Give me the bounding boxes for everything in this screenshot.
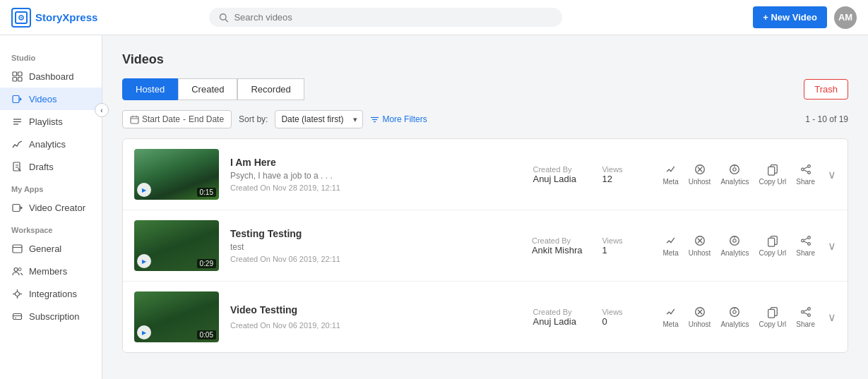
play-button[interactable]: ▶ xyxy=(137,325,151,339)
svg-rect-71 xyxy=(768,309,775,318)
meta-icon xyxy=(665,234,677,247)
sidebar-item-videos[interactable]: Videos xyxy=(0,88,102,110)
videos-icon xyxy=(11,93,23,104)
svg-point-60 xyxy=(801,239,804,242)
share-button[interactable]: Share xyxy=(796,163,815,186)
svg-line-62 xyxy=(804,238,807,240)
views-label: Views xyxy=(602,165,651,174)
more-filters-button[interactable]: More Filters xyxy=(370,114,427,124)
analytics-button[interactable]: Analytics xyxy=(720,234,749,257)
share-button[interactable]: Share xyxy=(796,306,815,328)
svg-point-55 xyxy=(733,239,737,243)
video-creator-icon xyxy=(11,202,23,213)
unhost-button[interactable]: Unhost xyxy=(689,163,711,186)
video-thumbnail[interactable]: ▶ 0:29 xyxy=(134,220,219,271)
svg-rect-19 xyxy=(13,245,22,253)
meta-button[interactable]: Meta xyxy=(662,306,678,328)
play-button[interactable]: ▶ xyxy=(137,183,151,197)
sidebar-item-general[interactable]: General xyxy=(0,237,102,260)
video-meta: Created By Anuj Ladia Views 12 xyxy=(533,165,651,184)
date-range-picker[interactable]: Start Date - End Date xyxy=(122,110,232,128)
video-duration: 0:15 xyxy=(197,188,216,197)
svg-line-49 xyxy=(804,167,807,169)
filter-icon xyxy=(370,115,379,124)
trash-button[interactable]: Trash xyxy=(804,79,848,100)
expand-button[interactable]: ∨ xyxy=(828,168,836,181)
sort-select[interactable]: Date (latest first) xyxy=(275,110,363,128)
svg-point-21 xyxy=(14,267,18,271)
video-info: Video Testting Created On Nov 06 2019, 2… xyxy=(230,304,521,330)
video-description: test xyxy=(230,242,521,252)
search-input[interactable] xyxy=(234,12,552,23)
sidebar-item-subscription[interactable]: Subscription xyxy=(0,305,102,327)
copy-url-button[interactable]: Copy Url xyxy=(759,306,786,328)
svg-line-76 xyxy=(804,313,807,315)
meta-icon xyxy=(665,163,677,176)
analytics-button[interactable]: Analytics xyxy=(720,306,749,328)
new-video-button[interactable]: + New Video xyxy=(753,6,827,28)
copy-url-icon xyxy=(766,234,779,247)
video-item: ▶ 0:29 Testing Testing test Created On N… xyxy=(123,210,848,282)
share-button[interactable]: Share xyxy=(796,234,815,257)
sidebar-collapse-button[interactable]: ‹ xyxy=(95,103,109,117)
sidebar-item-video-creator[interactable]: Video Creator xyxy=(0,196,102,219)
created-by-block: Created By Anuj Ladia xyxy=(533,165,582,184)
topbar: StoryXpress + New Video AM xyxy=(0,0,868,35)
video-item: ▶ 0:05 Video Testting Created On Nov 06 … xyxy=(123,282,848,352)
svg-rect-31 xyxy=(131,116,138,124)
sidebar-label-subscription: Subscription xyxy=(29,311,80,322)
svg-point-47 xyxy=(801,168,804,171)
unhost-icon xyxy=(694,306,706,318)
unhost-button[interactable]: Unhost xyxy=(689,306,711,328)
expand-button[interactable]: ∨ xyxy=(828,311,836,324)
meta-button[interactable]: Meta xyxy=(662,163,678,186)
svg-rect-9 xyxy=(13,95,19,102)
svg-point-73 xyxy=(801,311,804,313)
sidebar-item-drafts[interactable]: Drafts xyxy=(0,155,102,178)
svg-rect-28 xyxy=(13,313,21,319)
sidebar-section-studio: Studio xyxy=(0,47,102,65)
sidebar-label-drafts: Drafts xyxy=(29,162,54,172)
sidebar-item-integrations[interactable]: Integrations xyxy=(0,282,102,305)
sidebar-section-myapps: My Apps xyxy=(0,178,102,196)
copy-url-button[interactable]: Copy Url xyxy=(759,163,786,186)
expand-button[interactable]: ∨ xyxy=(828,239,836,253)
sidebar-item-members[interactable]: Members xyxy=(0,260,102,282)
members-icon xyxy=(11,265,23,277)
video-actions: Meta Unhost Analytics Copy Url xyxy=(662,163,836,186)
video-info: Testing Testing test Created On Nov 06 2… xyxy=(230,228,521,263)
avatar: AM xyxy=(834,6,857,29)
search-bar xyxy=(209,8,562,27)
views-block: Views 1 xyxy=(602,236,651,255)
sidebar-item-dashboard[interactable]: Dashboard xyxy=(0,65,102,88)
share-icon xyxy=(799,306,812,318)
video-thumbnail[interactable]: ▶ 0:05 xyxy=(134,291,219,342)
svg-point-23 xyxy=(15,291,19,296)
svg-line-4 xyxy=(225,19,227,21)
video-title: Testing Testing xyxy=(230,228,521,239)
drafts-icon xyxy=(11,161,23,172)
tab-created[interactable]: Created xyxy=(178,78,237,100)
layout: ‹ Studio Dashboard Videos Playlists Ana xyxy=(0,35,868,379)
sidebar-item-playlists[interactable]: Playlists xyxy=(0,110,102,133)
unhost-button[interactable]: Unhost xyxy=(689,234,711,257)
meta-icon xyxy=(665,306,677,318)
start-date-placeholder: Start Date xyxy=(142,114,180,124)
video-duration: 0:05 xyxy=(197,330,216,339)
video-item: ▶ 0:15 I Am Here Psych, I have a job to … xyxy=(123,139,848,210)
play-button[interactable]: ▶ xyxy=(137,254,151,268)
sidebar-item-analytics[interactable]: Analytics xyxy=(0,133,102,155)
video-title: Video Testting xyxy=(230,304,521,315)
analytics-button[interactable]: Analytics xyxy=(720,163,749,186)
analytics-icon xyxy=(11,138,23,150)
share-icon xyxy=(799,234,812,247)
analytics-icon-action xyxy=(728,234,741,247)
meta-button[interactable]: Meta xyxy=(662,234,678,257)
tab-recorded[interactable]: Recorded xyxy=(237,78,304,100)
copy-url-button[interactable]: Copy Url xyxy=(759,234,786,257)
sort-by-label: Sort by: xyxy=(239,114,268,124)
tab-hosted[interactable]: Hosted xyxy=(122,78,178,100)
svg-point-68 xyxy=(733,311,737,314)
video-thumbnail[interactable]: ▶ 0:15 xyxy=(134,149,219,200)
video-title: I Am Here xyxy=(230,157,521,168)
